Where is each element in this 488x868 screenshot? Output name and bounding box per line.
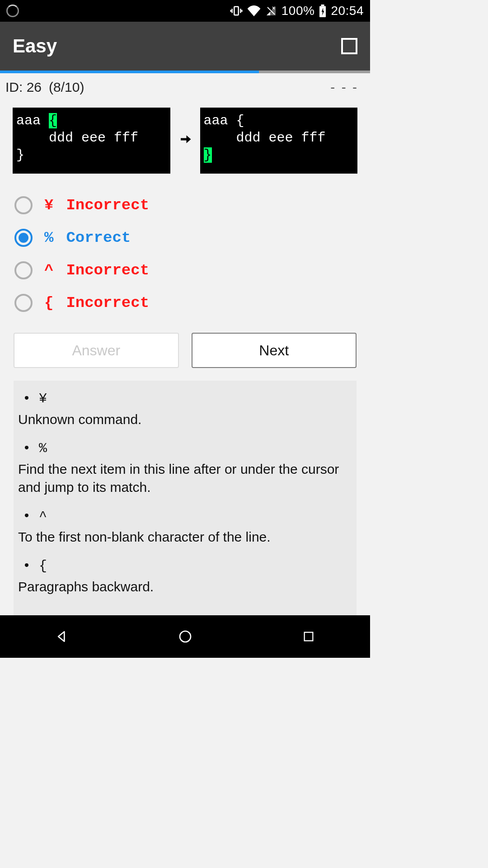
cell-signal-icon: × xyxy=(265,5,277,16)
option-0[interactable]: ¥ Incorrect xyxy=(14,189,356,222)
clock: 20:54 xyxy=(331,4,364,18)
svg-rect-12 xyxy=(304,632,313,641)
page-title: Easy xyxy=(13,35,57,57)
nav-home-icon[interactable] xyxy=(178,629,193,644)
action-buttons: Answer Next xyxy=(0,322,370,381)
cursor-after: } xyxy=(204,147,212,163)
svg-text:×: × xyxy=(272,5,275,11)
svg-rect-9 xyxy=(321,5,324,6)
explanation-1: • % Find the next item in this line afte… xyxy=(18,437,352,505)
explanation-3: • { Paragraphs backward. xyxy=(18,554,352,604)
nav-recent-icon[interactable] xyxy=(301,629,316,644)
question-counter: (8/10) xyxy=(49,80,84,95)
svg-rect-0 xyxy=(234,7,238,15)
question-id: ID: 26 xyxy=(5,80,42,95)
radio-icon xyxy=(14,261,33,279)
explanation-0: • ¥ Unknown command. xyxy=(18,387,352,437)
loading-spinner-icon xyxy=(6,5,19,17)
option-3[interactable]: { Incorrect xyxy=(14,287,356,319)
nav-back-icon[interactable] xyxy=(54,629,70,644)
answer-button: Answer xyxy=(14,333,179,368)
answer-options: ¥ Incorrect % Correct ^ Incorrect { Inco… xyxy=(0,186,370,322)
next-button[interactable]: Next xyxy=(192,333,357,368)
app-bar: Easy xyxy=(0,22,370,71)
svg-point-11 xyxy=(180,631,191,642)
option-2[interactable]: ^ Incorrect xyxy=(14,254,356,287)
status-spinner xyxy=(6,5,19,17)
android-nav-bar xyxy=(0,615,370,658)
cursor-before: { xyxy=(49,113,57,128)
explanation-panel: • ¥ Unknown command. • % Find the next i… xyxy=(14,381,357,617)
status-bar: × 100% 20:54 xyxy=(0,0,370,22)
wifi-icon xyxy=(247,5,261,16)
question-info-row: ID: 26 (8/10) - - - xyxy=(0,73,370,99)
code-comparison: aaa { ddd eee fff } aaa { ddd eee fff } xyxy=(0,99,370,186)
radio-selected-icon xyxy=(14,229,33,247)
code-before: aaa { ddd eee fff } xyxy=(13,108,170,174)
code-after: aaa { ddd eee fff } xyxy=(200,108,358,174)
radio-icon xyxy=(14,294,33,312)
arrow-right-icon xyxy=(178,132,192,150)
option-1[interactable]: % Correct xyxy=(14,222,356,254)
explanation-2: • ^ To the first non-blank character of … xyxy=(18,505,352,554)
battery-charging-icon xyxy=(319,5,326,17)
radio-icon xyxy=(14,196,33,214)
overflow-menu-icon[interactable]: - - - xyxy=(330,80,365,95)
vibrate-icon xyxy=(230,5,243,17)
battery-percent: 100% xyxy=(282,4,315,18)
stop-button-icon[interactable] xyxy=(341,38,357,54)
